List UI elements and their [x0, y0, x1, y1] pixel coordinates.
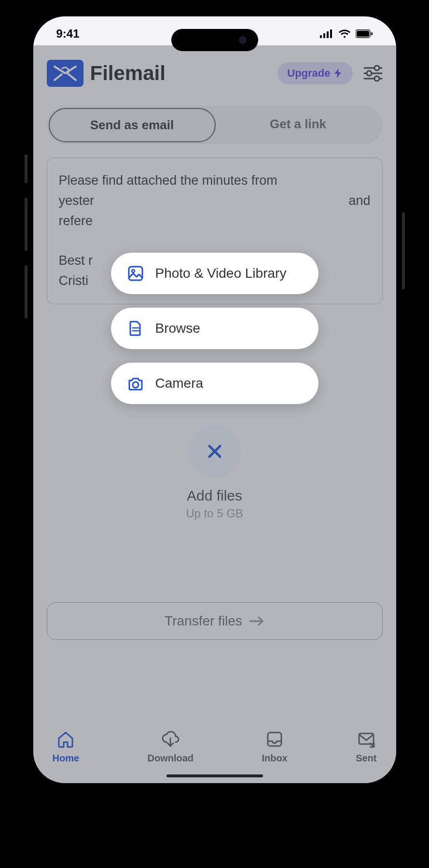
svg-point-12: [374, 76, 379, 81]
sent-icon: [357, 730, 376, 749]
transfer-label: Transfer files: [165, 613, 242, 629]
svg-rect-6: [371, 32, 373, 35]
tab-label: Get a link: [270, 117, 326, 131]
close-add-menu-button[interactable]: [188, 425, 241, 478]
add-file-menu: Photo & Video Library Browse Camera: [111, 253, 318, 404]
get-a-link-tab[interactable]: Get a link: [216, 108, 381, 142]
transfer-files-button[interactable]: Transfer files: [47, 602, 383, 640]
photo-icon: [127, 265, 144, 282]
svg-point-10: [367, 71, 372, 76]
wifi-icon: [338, 29, 351, 38]
send-as-email-tab[interactable]: Send as email: [49, 108, 216, 142]
side-button: [25, 198, 28, 251]
screen: 9:41 Filemail: [33, 16, 396, 783]
dim-overlay: [33, 45, 396, 783]
svg-point-20: [132, 270, 135, 272]
svg-rect-3: [330, 29, 332, 38]
message-blank-line: [59, 231, 371, 251]
send-mode-toggle: Send as email Get a link: [47, 106, 383, 144]
tab-bar: Home Download Inbox Sent: [33, 719, 396, 783]
side-button: [25, 265, 28, 318]
svg-point-8: [374, 66, 379, 70]
svg-rect-1: [323, 33, 325, 38]
status-time: 9:41: [56, 27, 80, 41]
message-line: refere: [59, 211, 371, 231]
settings-button[interactable]: [363, 65, 383, 81]
home-icon: [56, 730, 75, 749]
side-button: [402, 212, 405, 289]
menu-browse[interactable]: Browse: [111, 308, 318, 349]
brand: Filemail: [47, 60, 166, 87]
tab-label: Send as email: [90, 118, 174, 132]
menu-label: Camera: [155, 376, 204, 391]
tab-label: Download: [147, 753, 194, 764]
app-header: Filemail Upgrade: [47, 60, 383, 87]
inbox-icon: [265, 730, 284, 749]
menu-label: Photo & Video Library: [155, 266, 287, 281]
close-icon: [206, 442, 224, 461]
svg-rect-5: [357, 31, 369, 37]
tab-download[interactable]: Download: [147, 730, 194, 764]
sliders-icon: [363, 65, 383, 81]
menu-camera[interactable]: Camera: [111, 363, 318, 404]
upgrade-button[interactable]: Upgrade: [277, 62, 352, 84]
tab-sent[interactable]: Sent: [356, 730, 376, 764]
message-line: Please find attached the minutes from: [59, 171, 371, 191]
dynamic-island: [171, 29, 258, 51]
side-button: [25, 154, 28, 183]
tab-label: Home: [53, 753, 80, 764]
svg-rect-17: [268, 732, 281, 746]
arrow-right-icon: [249, 616, 264, 626]
menu-photo-video[interactable]: Photo & Video Library: [111, 253, 318, 294]
cellular-signal-icon: [320, 29, 333, 38]
tab-home[interactable]: Home: [53, 730, 80, 764]
file-icon: [127, 320, 144, 337]
tab-inbox[interactable]: Inbox: [262, 730, 287, 764]
add-files-sub: Up to 5 GB: [47, 507, 383, 520]
brand-name: Filemail: [90, 62, 166, 85]
svg-rect-18: [359, 733, 374, 744]
upgrade-label: Upgrade: [287, 67, 330, 80]
message-line: yesterand: [59, 191, 371, 211]
brand-logo-icon: [47, 60, 83, 87]
svg-rect-2: [327, 31, 329, 38]
svg-rect-0: [320, 35, 322, 38]
app-content: Filemail Upgrade Send as email Get a lin…: [33, 45, 396, 783]
home-indicator[interactable]: [166, 774, 263, 777]
tab-label: Sent: [356, 753, 376, 764]
camera-icon: [127, 375, 144, 392]
add-files-area: Add files Up to 5 GB: [47, 425, 383, 520]
svg-rect-19: [129, 267, 142, 280]
header-actions: Upgrade: [277, 62, 382, 84]
cloud-download-icon: [161, 730, 180, 749]
menu-label: Browse: [155, 321, 200, 336]
status-indicators: [320, 29, 373, 38]
tab-label: Inbox: [262, 753, 287, 764]
lightning-icon: [333, 68, 343, 78]
phone-frame: 9:41 Filemail: [27, 10, 403, 790]
svg-point-23: [133, 382, 138, 388]
battery-icon: [356, 29, 373, 38]
add-files-title: Add files: [47, 488, 383, 504]
